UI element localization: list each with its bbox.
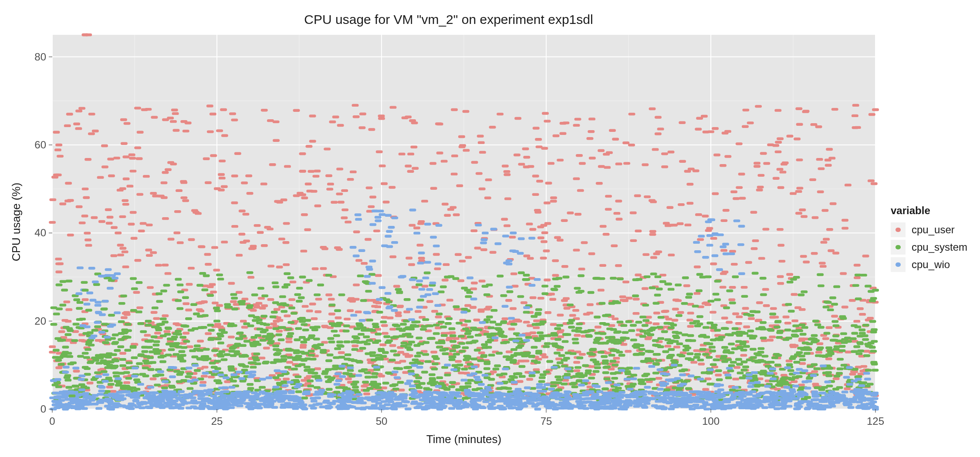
svg-rect-4426 [158, 395, 165, 398]
svg-rect-2298 [563, 357, 570, 360]
svg-rect-4889 [131, 375, 138, 377]
svg-rect-1009 [416, 244, 423, 246]
svg-rect-2188 [378, 348, 385, 350]
svg-rect-3304 [73, 299, 80, 301]
svg-rect-2829 [727, 370, 734, 372]
svg-rect-2831 [757, 351, 764, 353]
svg-rect-2105 [709, 349, 716, 352]
svg-rect-1825 [308, 350, 315, 353]
svg-rect-329 [541, 356, 548, 358]
svg-rect-3009 [268, 340, 275, 343]
svg-rect-4803 [810, 374, 817, 377]
svg-rect-303 [587, 303, 594, 306]
svg-rect-4220 [288, 390, 295, 393]
svg-rect-4884 [548, 388, 555, 390]
svg-rect-1309 [338, 201, 345, 203]
svg-rect-604 [533, 319, 540, 322]
svg-rect-2911 [344, 358, 351, 360]
svg-rect-2307 [851, 332, 858, 334]
svg-rect-1467 [151, 116, 158, 118]
svg-rect-3246 [396, 291, 403, 294]
svg-rect-2372 [483, 360, 490, 363]
svg-rect-2245 [101, 370, 108, 373]
svg-rect-508 [314, 310, 321, 313]
svg-rect-4860 [392, 370, 399, 373]
svg-rect-1417 [180, 120, 187, 123]
svg-rect-843 [735, 322, 742, 325]
svg-rect-1260 [830, 202, 837, 205]
svg-rect-3254 [216, 273, 223, 276]
svg-rect-1980 [574, 366, 581, 369]
svg-rect-1285 [758, 257, 765, 259]
svg-rect-417 [517, 360, 524, 362]
svg-rect-1098 [615, 200, 622, 202]
svg-rect-3107 [186, 387, 193, 390]
svg-rect-2174 [602, 362, 609, 365]
svg-rect-2682 [616, 351, 623, 353]
svg-rect-900 [110, 390, 117, 393]
svg-rect-4759 [664, 391, 671, 394]
svg-rect-3239 [328, 303, 335, 306]
svg-rect-759 [726, 321, 733, 323]
svg-rect-3166 [760, 277, 767, 279]
svg-rect-4769 [253, 407, 260, 409]
svg-rect-856 [822, 337, 829, 340]
svg-rect-3155 [280, 310, 287, 313]
svg-rect-2278 [257, 328, 264, 330]
svg-rect-1090 [733, 197, 740, 200]
svg-rect-1332 [299, 170, 306, 172]
svg-rect-2554 [320, 349, 327, 352]
svg-rect-1488 [261, 109, 268, 111]
svg-rect-3187 [281, 286, 288, 288]
svg-rect-4402 [791, 397, 798, 400]
x-tick-label: 0 [49, 415, 55, 427]
svg-rect-1346 [358, 126, 365, 129]
svg-rect-931 [368, 205, 375, 208]
svg-rect-2844 [831, 320, 838, 323]
svg-rect-3185 [602, 314, 609, 317]
svg-rect-2675 [856, 341, 863, 344]
svg-rect-1158 [81, 215, 88, 217]
svg-rect-989 [720, 286, 727, 289]
svg-rect-1434 [216, 129, 223, 132]
svg-rect-5112 [325, 175, 332, 177]
svg-rect-4825 [578, 383, 585, 386]
svg-rect-4683 [355, 407, 362, 410]
svg-rect-1516 [324, 148, 331, 150]
svg-rect-4449 [566, 404, 573, 407]
svg-rect-5144 [483, 333, 490, 336]
svg-rect-4985 [112, 277, 118, 279]
svg-rect-1822 [845, 340, 852, 343]
svg-rect-4600 [680, 399, 687, 402]
svg-rect-2691 [279, 326, 286, 329]
svg-rect-3016 [467, 363, 474, 366]
svg-rect-1776 [550, 381, 557, 384]
svg-rect-4797 [633, 367, 640, 370]
svg-rect-465 [470, 306, 476, 309]
svg-rect-4669 [97, 393, 104, 396]
svg-rect-1120 [600, 225, 607, 228]
svg-rect-4108 [177, 407, 184, 410]
svg-rect-2864 [421, 325, 428, 328]
svg-rect-3303 [617, 278, 624, 280]
svg-rect-4469 [128, 407, 135, 410]
svg-rect-3306 [385, 300, 392, 303]
svg-rect-3308 [296, 287, 303, 289]
svg-rect-4822 [707, 368, 714, 371]
svg-rect-386 [202, 366, 209, 368]
svg-rect-4905 [677, 384, 684, 387]
x-tick-label: 50 [376, 415, 388, 427]
svg-rect-1298 [389, 255, 396, 258]
svg-rect-2893 [576, 356, 583, 359]
svg-rect-88 [853, 320, 860, 323]
svg-rect-1498 [754, 162, 760, 165]
svg-rect-1429 [359, 113, 366, 115]
svg-rect-5108 [220, 108, 227, 111]
svg-rect-5024 [388, 226, 395, 228]
svg-rect-1227 [204, 253, 211, 255]
svg-rect-3283 [801, 290, 808, 293]
svg-rect-1904 [496, 352, 503, 354]
svg-rect-1022 [803, 261, 810, 263]
svg-rect-2336 [428, 337, 435, 339]
svg-rect-4441 [781, 398, 788, 400]
